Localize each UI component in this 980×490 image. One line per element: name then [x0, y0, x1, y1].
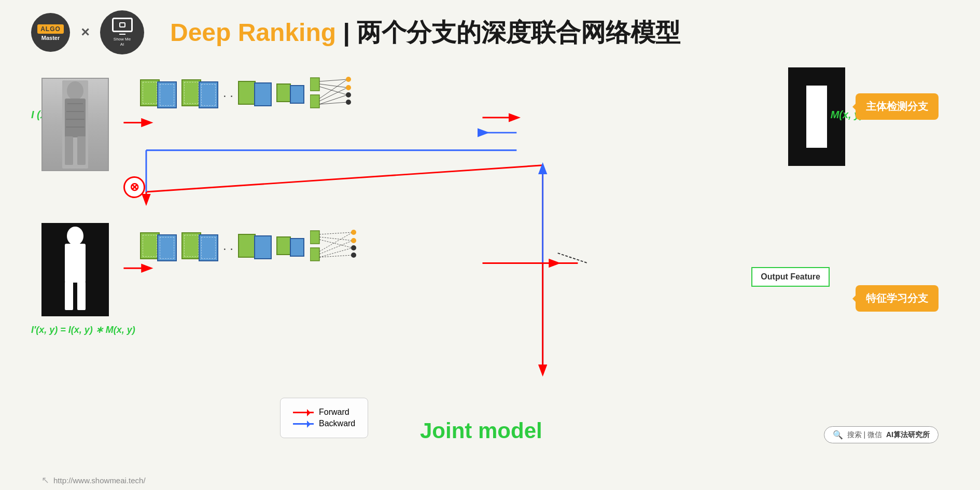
fc-mesh-top	[310, 75, 357, 110]
svg-line-17	[319, 102, 347, 104]
svg-point-38	[351, 245, 356, 250]
backward-label: Backward	[319, 419, 355, 428]
legend-forward: Forward	[293, 408, 355, 417]
nn-dots-top: . .	[223, 86, 233, 100]
footer-url-text: http://www.showmeai.tech/	[53, 476, 146, 485]
svg-line-35	[319, 255, 353, 257]
footer-url: ↖ http://www.showmeai.tech/	[41, 474, 146, 486]
svg-rect-26	[77, 282, 86, 310]
svg-line-32	[319, 232, 353, 251]
cursor-icon: ↖	[41, 474, 49, 486]
svg-line-45	[146, 165, 543, 192]
legend-backward: Backward	[293, 419, 355, 428]
legend-box: Forward Backward	[280, 398, 368, 438]
svg-line-34	[319, 248, 353, 257]
title-orange: Deep Ranking	[170, 19, 336, 46]
svg-point-19	[346, 85, 351, 90]
main-title: Deep Ranking | 两个分支的深度联合网络模型	[170, 16, 680, 49]
svg-line-16	[319, 95, 347, 104]
diagram: I (x, y)	[31, 67, 949, 459]
svg-point-23	[67, 227, 83, 245]
svg-line-54	[558, 253, 588, 263]
arrow-red-icon	[293, 412, 314, 413]
wechat-search-icon: 🔍	[833, 430, 843, 440]
output-feature-box: Output Feature	[751, 267, 830, 287]
svg-rect-28	[310, 248, 319, 261]
svg-line-13	[319, 87, 347, 95]
arrow-blue-icon	[293, 423, 314, 425]
svg-line-30	[319, 237, 353, 241]
svg-point-18	[346, 77, 351, 82]
svg-line-31	[319, 240, 353, 248]
title-chinese: 两个分支的深度联合网络模型	[357, 19, 680, 46]
svg-rect-10	[310, 95, 319, 108]
page-container: ALGO Master ✕ Show Me AI Deep Ranking | …	[0, 0, 980, 490]
svg-rect-3	[65, 136, 73, 165]
svg-rect-25	[65, 282, 73, 310]
svg-rect-9	[310, 78, 319, 91]
ai-text: AI	[114, 42, 131, 47]
person-image-top	[41, 78, 109, 171]
svg-point-39	[351, 253, 356, 258]
algo-master-logo: ALGO Master	[31, 13, 70, 52]
person-masked	[41, 223, 109, 316]
svg-line-29	[319, 232, 353, 234]
title-separator: |	[343, 19, 357, 46]
multiply-symbol: ⊗	[123, 176, 145, 198]
algo-text: ALGO	[37, 24, 64, 34]
svg-rect-24	[65, 244, 86, 283]
bubble-bottom: 特征学习分支	[856, 285, 939, 312]
svg-point-37	[351, 238, 356, 243]
svg-line-15	[319, 88, 347, 101]
svg-line-14	[319, 79, 347, 99]
mask-inner-white	[806, 86, 827, 148]
nn-dots-bottom: . .	[223, 239, 233, 253]
forward-label: Forward	[319, 408, 349, 417]
svg-line-33	[319, 241, 353, 254]
wechat-search-text: 搜索 | 微信	[847, 430, 882, 440]
nn-top-group1: . .	[140, 75, 357, 110]
joint-model-text: Joint model	[420, 418, 542, 443]
showme-text: Show Me	[114, 37, 131, 42]
svg-line-12	[319, 84, 347, 88]
svg-rect-2	[65, 99, 86, 137]
showme-logo: Show Me AI	[100, 10, 144, 54]
master-text: Master	[41, 35, 60, 41]
svg-point-20	[346, 92, 351, 97]
wechat-label: AI算法研究所	[886, 430, 930, 440]
header: ALGO Master ✕ Show Me AI Deep Ranking | …	[31, 10, 949, 54]
bubble-top: 主体检测分支	[856, 93, 939, 120]
x-separator: ✕	[80, 26, 90, 39]
wechat-search: 🔍 搜索 | 微信 AI算法研究所	[824, 426, 939, 443]
svg-rect-4	[77, 136, 86, 165]
monitor-icon	[112, 18, 133, 32]
fc-mesh-bottom	[310, 228, 367, 263]
svg-point-1	[67, 81, 83, 100]
svg-point-21	[346, 100, 351, 105]
label-formula: I′(x, y) = I(x, y) ∗ M(x, y)	[31, 324, 135, 335]
nn-bottom-group: . .	[140, 228, 367, 263]
svg-rect-27	[310, 231, 319, 244]
svg-point-36	[351, 230, 356, 235]
svg-line-11	[319, 79, 347, 81]
monitor-screen	[119, 22, 125, 27]
